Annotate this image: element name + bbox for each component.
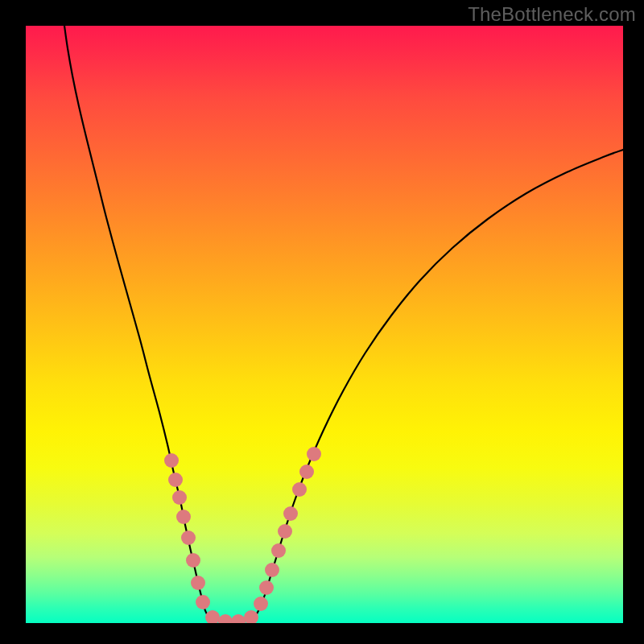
bead-marker	[244, 610, 258, 623]
bead-marker	[191, 576, 205, 590]
bead-marker	[283, 506, 298, 521]
bead-marker	[271, 543, 286, 558]
bead-marker	[186, 553, 200, 568]
bead-marker	[205, 610, 220, 623]
bottleneck-curve-svg	[26, 26, 623, 623]
bead-marker	[196, 595, 210, 609]
plot-area	[26, 26, 623, 623]
bead-marker	[307, 447, 321, 461]
bead-marker	[254, 597, 268, 611]
bead-marker	[259, 580, 274, 595]
bottleneck-curve	[64, 26, 623, 622]
bead-marker	[299, 464, 314, 479]
bead-marker	[265, 563, 279, 577]
bead-marker	[218, 614, 233, 623]
bead-marker	[181, 530, 196, 545]
bead-marker	[231, 614, 246, 623]
bead-group	[164, 447, 321, 623]
bead-marker	[168, 473, 183, 487]
bead-marker	[164, 453, 179, 468]
chart-frame: TheBottleneck.com	[0, 0, 644, 644]
bead-marker	[176, 510, 191, 524]
watermark-text: TheBottleneck.com	[468, 3, 636, 26]
bead-marker	[278, 524, 292, 539]
bead-marker	[172, 490, 187, 505]
bead-marker	[292, 482, 307, 497]
